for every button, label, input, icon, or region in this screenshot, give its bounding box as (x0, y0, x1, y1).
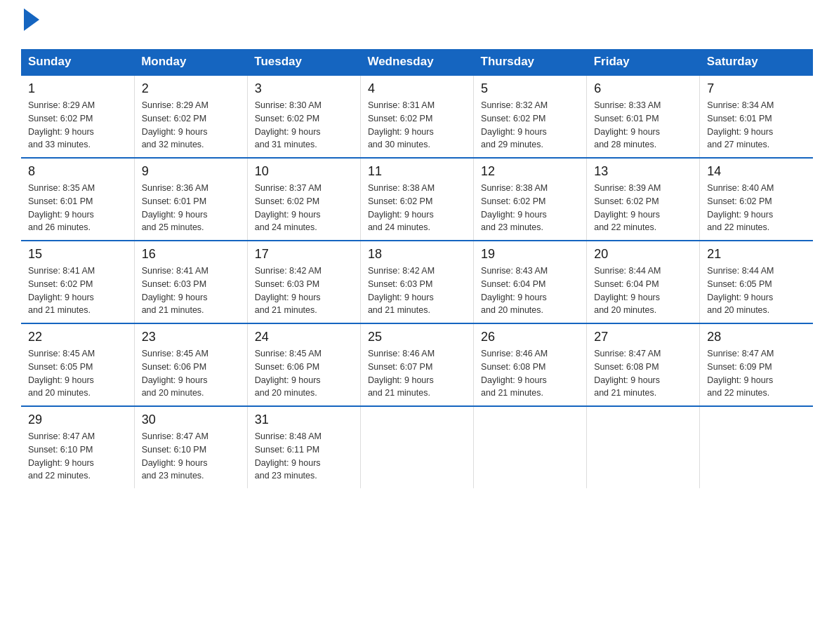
weekday-header-wednesday: Wednesday (360, 49, 473, 75)
day-number: 19 (481, 247, 579, 262)
calendar-cell: 30 Sunrise: 8:47 AMSunset: 6:10 PMDaylig… (134, 406, 247, 488)
day-number: 29 (28, 412, 127, 427)
day-number: 12 (481, 164, 579, 179)
day-info: Sunrise: 8:43 AMSunset: 6:04 PMDaylight:… (481, 264, 579, 317)
day-number: 26 (481, 330, 579, 344)
calendar-cell: 31 Sunrise: 8:48 AMSunset: 6:11 PMDaylig… (247, 406, 360, 488)
day-info: Sunrise: 8:45 AMSunset: 6:06 PMDaylight:… (255, 347, 353, 400)
calendar-cell: 21 Sunrise: 8:44 AMSunset: 6:05 PMDaylig… (700, 241, 813, 323)
day-info: Sunrise: 8:29 AMSunset: 6:02 PMDaylight:… (28, 99, 127, 152)
day-info: Sunrise: 8:47 AMSunset: 6:10 PMDaylight:… (142, 430, 240, 483)
day-number: 11 (368, 164, 466, 179)
calendar-cell: 1 Sunrise: 8:29 AMSunset: 6:02 PMDayligh… (21, 75, 134, 158)
day-info: Sunrise: 8:34 AMSunset: 6:01 PMDaylight:… (707, 99, 806, 152)
day-info: Sunrise: 8:47 AMSunset: 6:08 PMDaylight:… (594, 347, 692, 400)
day-number: 30 (142, 412, 240, 427)
calendar-week-row: 8 Sunrise: 8:35 AMSunset: 6:01 PMDayligh… (21, 158, 813, 241)
day-number: 31 (255, 412, 353, 427)
day-info: Sunrise: 8:45 AMSunset: 6:06 PMDaylight:… (142, 347, 240, 400)
calendar-cell: 17 Sunrise: 8:42 AMSunset: 6:03 PMDaylig… (247, 241, 360, 323)
calendar-cell: 16 Sunrise: 8:41 AMSunset: 6:03 PMDaylig… (134, 241, 247, 323)
day-number: 27 (594, 330, 692, 344)
weekday-header-monday: Monday (134, 49, 247, 75)
weekday-header-saturday: Saturday (700, 49, 813, 75)
day-number: 21 (707, 247, 806, 262)
day-info: Sunrise: 8:33 AMSunset: 6:01 PMDaylight:… (594, 99, 692, 152)
calendar-cell: 14 Sunrise: 8:40 AMSunset: 6:02 PMDaylig… (700, 158, 813, 241)
day-number: 14 (707, 164, 806, 179)
day-number: 8 (28, 164, 127, 179)
calendar-cell: 24 Sunrise: 8:45 AMSunset: 6:06 PMDaylig… (247, 323, 360, 406)
calendar-cell (587, 406, 700, 488)
calendar-cell: 29 Sunrise: 8:47 AMSunset: 6:10 PMDaylig… (21, 406, 134, 488)
calendar-cell: 6 Sunrise: 8:33 AMSunset: 6:01 PMDayligh… (587, 75, 700, 158)
calendar-cell: 4 Sunrise: 8:31 AMSunset: 6:02 PMDayligh… (360, 75, 473, 158)
calendar-cell (474, 406, 587, 488)
day-number: 20 (594, 247, 692, 262)
page-header (21, 14, 813, 36)
day-number: 1 (28, 81, 127, 96)
calendar-cell: 7 Sunrise: 8:34 AMSunset: 6:01 PMDayligh… (700, 75, 813, 158)
day-number: 3 (255, 81, 353, 96)
day-info: Sunrise: 8:38 AMSunset: 6:02 PMDaylight:… (368, 182, 466, 234)
calendar-cell: 13 Sunrise: 8:39 AMSunset: 6:02 PMDaylig… (587, 158, 700, 241)
calendar-table: SundayMondayTuesdayWednesdayThursdayFrid… (21, 49, 813, 488)
day-number: 16 (142, 247, 240, 262)
day-info: Sunrise: 8:31 AMSunset: 6:02 PMDaylight:… (368, 99, 466, 152)
calendar-cell: 28 Sunrise: 8:47 AMSunset: 6:09 PMDaylig… (700, 323, 813, 406)
day-info: Sunrise: 8:40 AMSunset: 6:02 PMDaylight:… (707, 182, 806, 234)
day-number: 2 (142, 81, 240, 96)
day-info: Sunrise: 8:30 AMSunset: 6:02 PMDaylight:… (255, 99, 353, 152)
day-info: Sunrise: 8:32 AMSunset: 6:02 PMDaylight:… (481, 99, 579, 152)
day-number: 5 (481, 81, 579, 96)
calendar-cell: 18 Sunrise: 8:42 AMSunset: 6:03 PMDaylig… (360, 241, 473, 323)
calendar-cell: 10 Sunrise: 8:37 AMSunset: 6:02 PMDaylig… (247, 158, 360, 241)
day-number: 6 (594, 81, 692, 96)
calendar-cell (700, 406, 813, 488)
day-info: Sunrise: 8:29 AMSunset: 6:02 PMDaylight:… (142, 99, 240, 152)
calendar-cell: 20 Sunrise: 8:44 AMSunset: 6:04 PMDaylig… (587, 241, 700, 323)
calendar-cell: 2 Sunrise: 8:29 AMSunset: 6:02 PMDayligh… (134, 75, 247, 158)
day-info: Sunrise: 8:36 AMSunset: 6:01 PMDaylight:… (142, 182, 240, 234)
weekday-header-tuesday: Tuesday (247, 49, 360, 75)
calendar-cell: 22 Sunrise: 8:45 AMSunset: 6:05 PMDaylig… (21, 323, 134, 406)
day-number: 24 (255, 330, 353, 344)
day-number: 13 (594, 164, 692, 179)
weekday-header-thursday: Thursday (474, 49, 587, 75)
calendar-cell: 19 Sunrise: 8:43 AMSunset: 6:04 PMDaylig… (474, 241, 587, 323)
day-info: Sunrise: 8:48 AMSunset: 6:11 PMDaylight:… (255, 430, 353, 483)
day-info: Sunrise: 8:47 AMSunset: 6:09 PMDaylight:… (707, 347, 806, 400)
day-number: 17 (255, 247, 353, 262)
day-number: 18 (368, 247, 466, 262)
calendar-cell: 12 Sunrise: 8:38 AMSunset: 6:02 PMDaylig… (474, 158, 587, 241)
day-number: 25 (368, 330, 466, 344)
calendar-cell (360, 406, 473, 488)
calendar-cell: 27 Sunrise: 8:47 AMSunset: 6:08 PMDaylig… (587, 323, 700, 406)
weekday-header-friday: Friday (587, 49, 700, 75)
calendar-week-row: 29 Sunrise: 8:47 AMSunset: 6:10 PMDaylig… (21, 406, 813, 488)
day-info: Sunrise: 8:44 AMSunset: 6:04 PMDaylight:… (594, 264, 692, 317)
logo (21, 14, 39, 36)
day-info: Sunrise: 8:37 AMSunset: 6:02 PMDaylight:… (255, 182, 353, 234)
calendar-week-row: 15 Sunrise: 8:41 AMSunset: 6:02 PMDaylig… (21, 241, 813, 323)
calendar-cell: 25 Sunrise: 8:46 AMSunset: 6:07 PMDaylig… (360, 323, 473, 406)
day-info: Sunrise: 8:46 AMSunset: 6:08 PMDaylight:… (481, 347, 579, 400)
calendar-cell: 9 Sunrise: 8:36 AMSunset: 6:01 PMDayligh… (134, 158, 247, 241)
day-number: 28 (707, 330, 806, 344)
calendar-cell: 26 Sunrise: 8:46 AMSunset: 6:08 PMDaylig… (474, 323, 587, 406)
logo-arrow-icon (24, 8, 39, 31)
day-number: 15 (28, 247, 127, 262)
calendar-cell: 15 Sunrise: 8:41 AMSunset: 6:02 PMDaylig… (21, 241, 134, 323)
calendar-cell: 8 Sunrise: 8:35 AMSunset: 6:01 PMDayligh… (21, 158, 134, 241)
day-info: Sunrise: 8:41 AMSunset: 6:03 PMDaylight:… (142, 264, 240, 317)
day-info: Sunrise: 8:42 AMSunset: 6:03 PMDaylight:… (255, 264, 353, 317)
day-info: Sunrise: 8:39 AMSunset: 6:02 PMDaylight:… (594, 182, 692, 234)
day-info: Sunrise: 8:46 AMSunset: 6:07 PMDaylight:… (368, 347, 466, 400)
weekday-header-row: SundayMondayTuesdayWednesdayThursdayFrid… (21, 49, 813, 75)
day-number: 7 (707, 81, 806, 96)
weekday-header-sunday: Sunday (21, 49, 134, 75)
calendar-cell: 3 Sunrise: 8:30 AMSunset: 6:02 PMDayligh… (247, 75, 360, 158)
day-number: 9 (142, 164, 240, 179)
day-info: Sunrise: 8:42 AMSunset: 6:03 PMDaylight:… (368, 264, 466, 317)
day-number: 4 (368, 81, 466, 96)
